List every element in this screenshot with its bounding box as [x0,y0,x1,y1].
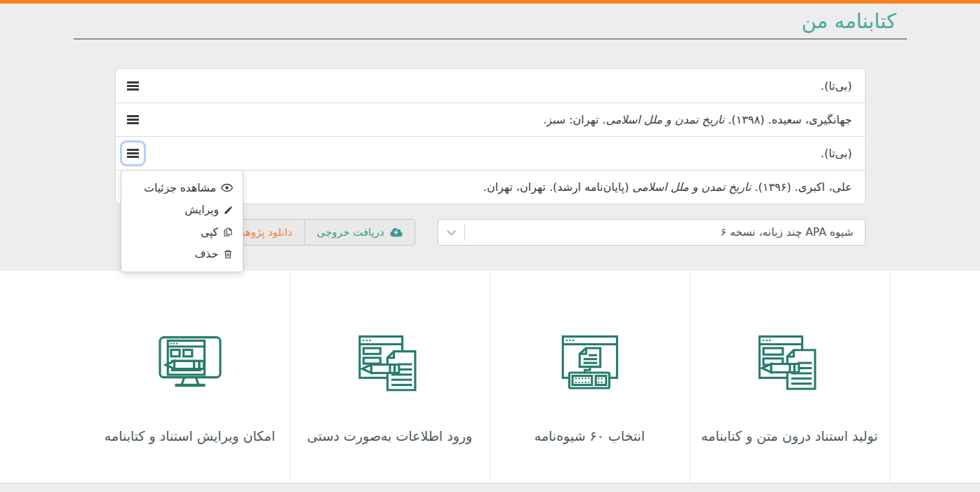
copy-icon [223,227,233,237]
select-caret-area [438,220,464,245]
citation-segment: جهانگیری، سعیده. (۱۳۹۸). [725,113,852,126]
menu-item-label: کپی [201,226,218,239]
citation-segment: . تهران: سبز. [543,113,606,126]
export-button-label: دریافت خروجی [317,226,384,239]
citation-row-1: (بی‌تا). [116,69,865,102]
citation-segment: (بی‌تا). [821,79,852,93]
menu-item-view-details[interactable]: مشاهده جزئیات [121,177,243,199]
menu-item-label: مشاهده جزئیات [144,182,216,194]
menu-item-label: حذف [194,248,218,260]
header: کتابنامه من [74,4,907,39]
export-button[interactable]: دریافت خروجی [304,220,415,245]
citation-text: (بی‌تا). [821,79,852,93]
feature-label: انتخاب ۶۰ شیوه‌نامه [535,428,645,444]
citation-segment: (بی‌تا). [821,147,852,160]
page: کتابنامه من (بی‌تا). جهانگیری، سعیده. (۱… [0,0,980,492]
export-button-group: دریافت خروجی دانلود پژوهیار [221,219,415,246]
citation-title-italic: تاریخ تمدن و ملل اسلامی [633,180,751,194]
feature-card-style-select: انتخاب ۶۰ شیوه‌نامه [490,271,690,483]
citation-style-select[interactable]: شیوه APA چند زبانه، نسخه ۶ [438,219,866,246]
features-row: تولید استناد درون متن و کتابنامه [90,271,890,483]
hamburger-icon [127,149,139,158]
feature-card-manual-entry: ورود اطلاعات به‌صورت دستی [290,271,490,483]
edit-citation-icon [156,333,224,396]
menu-item-copy[interactable]: کپی [121,221,243,244]
citation-segment: (پایان‌نامه ارشد). تهران، تهران. [483,180,633,194]
manual-entry-icon [358,333,422,396]
citation-title-italic: تاریخ تمدن و ملل اسلامی [606,113,725,126]
features-section: تولید استناد درون متن و کتابنامه [0,271,980,484]
row-context-menu: مشاهده جزئیات ویرایش کپی حذف [121,170,243,272]
citation-generator-icon [758,333,822,396]
citation-style-selected-value: شیوه APA چند زبانه، نسخه ۶ [465,220,865,245]
page-title: کتابنامه من [74,4,907,39]
feature-card-citation-generator: تولید استناد درون متن و کتابنامه [690,271,890,483]
citation-row-3: (بی‌تا). [116,136,865,170]
menu-item-edit[interactable]: ویرایش [121,199,243,222]
hamburger-icon [127,81,139,91]
row-menu-button-focused[interactable] [120,140,146,166]
chevron-down-icon [447,227,456,236]
citation-segment: علی، اکبری. (۱۳۹۶). [751,180,852,194]
citation-text: جهانگیری، سعیده. (۱۳۹۸). تاریخ تمدن و مل… [543,113,852,126]
style-guide-select-icon [558,333,622,396]
feature-label: ورود اطلاعات به‌صورت دستی [307,428,472,444]
feature-label: امکان ویرایش استناد و کتابنامه [105,428,275,444]
trash-icon [223,249,233,259]
row-menu-button[interactable] [120,73,146,99]
cloud-download-icon [390,227,403,237]
menu-item-delete[interactable]: حذف [121,244,243,266]
feature-label: تولید استناد درون متن و کتابنامه [702,428,878,444]
eye-icon [221,183,233,192]
citation-text: علی، اکبری. (۱۳۹۶). تاریخ تمدن و ملل اسل… [483,180,852,194]
pencil-icon [224,206,233,215]
menu-item-label: ویرایش [184,204,219,216]
hamburger-icon [127,115,139,124]
select-divider [464,225,465,240]
feature-card-edit-citation: امکان ویرایش استناد و کتابنامه [90,271,290,483]
row-menu-button[interactable] [120,107,146,133]
citation-text: (بی‌تا). [821,147,852,160]
citation-row-2: جهانگیری، سعیده. (۱۳۹۸). تاریخ تمدن و مل… [116,102,865,136]
